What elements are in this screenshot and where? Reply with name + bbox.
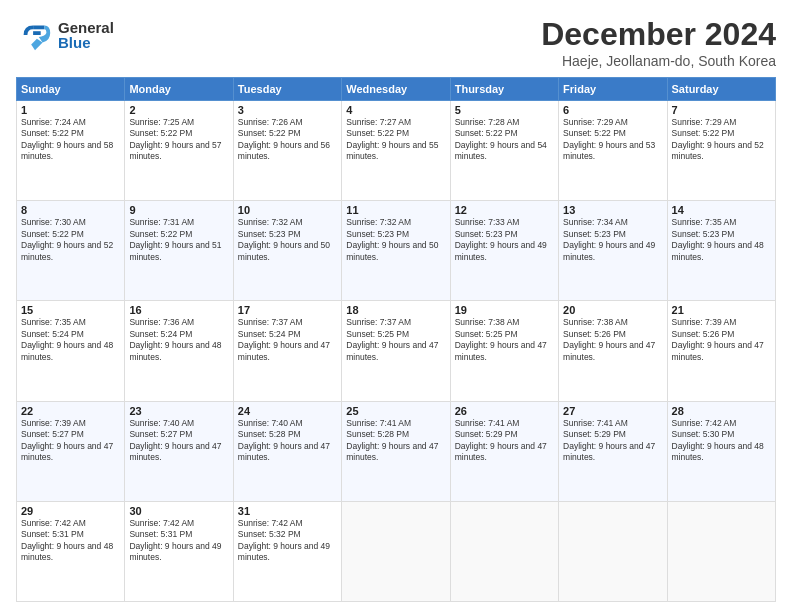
sunrise-label: Sunrise: 7:42 AM: [21, 518, 86, 528]
header-sunday: Sunday: [17, 78, 125, 101]
daylight-label: Daylight: 9 hours and 48 minutes.: [672, 240, 764, 261]
sunrise-label: Sunrise: 7:29 AM: [563, 117, 628, 127]
sunrise-label: Sunrise: 7:42 AM: [129, 518, 194, 528]
day-number: 26: [455, 405, 554, 417]
day-number: 31: [238, 505, 337, 517]
sunrise-label: Sunrise: 7:32 AM: [238, 217, 303, 227]
sunset-label: Sunset: 5:22 PM: [129, 229, 192, 239]
calendar-cell: 18 Sunrise: 7:37 AM Sunset: 5:25 PM Dayl…: [342, 301, 450, 401]
calendar-cell: 16 Sunrise: 7:36 AM Sunset: 5:24 PM Dayl…: [125, 301, 233, 401]
sunrise-label: Sunrise: 7:27 AM: [346, 117, 411, 127]
sunrise-label: Sunrise: 7:34 AM: [563, 217, 628, 227]
day-number: 2: [129, 104, 228, 116]
daylight-label: Daylight: 9 hours and 47 minutes.: [672, 340, 764, 361]
daylight-label: Daylight: 9 hours and 48 minutes.: [21, 541, 113, 562]
sunset-label: Sunset: 5:22 PM: [21, 229, 84, 239]
daylight-label: Daylight: 9 hours and 55 minutes.: [346, 140, 438, 161]
sunset-label: Sunset: 5:31 PM: [129, 529, 192, 539]
calendar-cell: 29 Sunrise: 7:42 AM Sunset: 5:31 PM Dayl…: [17, 501, 125, 601]
sunrise-label: Sunrise: 7:41 AM: [455, 418, 520, 428]
day-info: Sunrise: 7:40 AM Sunset: 5:28 PM Dayligh…: [238, 418, 337, 464]
calendar-cell: [667, 501, 775, 601]
day-info: Sunrise: 7:35 AM Sunset: 5:23 PM Dayligh…: [672, 217, 771, 263]
day-info: Sunrise: 7:39 AM Sunset: 5:27 PM Dayligh…: [21, 418, 120, 464]
sunset-label: Sunset: 5:23 PM: [238, 229, 301, 239]
day-number: 10: [238, 204, 337, 216]
daylight-label: Daylight: 9 hours and 47 minutes.: [346, 441, 438, 462]
daylight-label: Daylight: 9 hours and 47 minutes.: [129, 441, 221, 462]
calendar-cell: [450, 501, 558, 601]
sunset-label: Sunset: 5:28 PM: [238, 429, 301, 439]
daylight-label: Daylight: 9 hours and 47 minutes.: [563, 340, 655, 361]
calendar-cell: 30 Sunrise: 7:42 AM Sunset: 5:31 PM Dayl…: [125, 501, 233, 601]
sunset-label: Sunset: 5:22 PM: [455, 128, 518, 138]
day-number: 16: [129, 304, 228, 316]
sunrise-label: Sunrise: 7:37 AM: [238, 317, 303, 327]
daylight-label: Daylight: 9 hours and 47 minutes.: [238, 441, 330, 462]
calendar-cell: 25 Sunrise: 7:41 AM Sunset: 5:28 PM Dayl…: [342, 401, 450, 501]
day-info: Sunrise: 7:38 AM Sunset: 5:26 PM Dayligh…: [563, 317, 662, 363]
day-number: 18: [346, 304, 445, 316]
page: General Blue December 2024 Haeje, Jeolla…: [0, 0, 792, 612]
day-info: Sunrise: 7:37 AM Sunset: 5:24 PM Dayligh…: [238, 317, 337, 363]
calendar-cell: 28 Sunrise: 7:42 AM Sunset: 5:30 PM Dayl…: [667, 401, 775, 501]
sunrise-label: Sunrise: 7:35 AM: [21, 317, 86, 327]
sunset-label: Sunset: 5:22 PM: [672, 128, 735, 138]
header-wednesday: Wednesday: [342, 78, 450, 101]
day-info: Sunrise: 7:31 AM Sunset: 5:22 PM Dayligh…: [129, 217, 228, 263]
sunset-label: Sunset: 5:25 PM: [455, 329, 518, 339]
day-number: 9: [129, 204, 228, 216]
day-info: Sunrise: 7:36 AM Sunset: 5:24 PM Dayligh…: [129, 317, 228, 363]
calendar-cell: 8 Sunrise: 7:30 AM Sunset: 5:22 PM Dayli…: [17, 201, 125, 301]
sunset-label: Sunset: 5:31 PM: [21, 529, 84, 539]
calendar-cell: 7 Sunrise: 7:29 AM Sunset: 5:22 PM Dayli…: [667, 101, 775, 201]
day-number: 3: [238, 104, 337, 116]
sunset-label: Sunset: 5:32 PM: [238, 529, 301, 539]
sunrise-label: Sunrise: 7:41 AM: [346, 418, 411, 428]
calendar-cell: 15 Sunrise: 7:35 AM Sunset: 5:24 PM Dayl…: [17, 301, 125, 401]
sunset-label: Sunset: 5:22 PM: [129, 128, 192, 138]
daylight-label: Daylight: 9 hours and 51 minutes.: [129, 240, 221, 261]
sunrise-label: Sunrise: 7:30 AM: [21, 217, 86, 227]
sunrise-label: Sunrise: 7:42 AM: [672, 418, 737, 428]
subtitle: Haeje, Jeollanam-do, South Korea: [541, 53, 776, 69]
logo: General Blue: [16, 16, 114, 54]
weekday-header-row: Sunday Monday Tuesday Wednesday Thursday…: [17, 78, 776, 101]
calendar-cell: 22 Sunrise: 7:39 AM Sunset: 5:27 PM Dayl…: [17, 401, 125, 501]
daylight-label: Daylight: 9 hours and 53 minutes.: [563, 140, 655, 161]
sunrise-label: Sunrise: 7:36 AM: [129, 317, 194, 327]
sunrise-label: Sunrise: 7:25 AM: [129, 117, 194, 127]
sunset-label: Sunset: 5:24 PM: [238, 329, 301, 339]
day-number: 25: [346, 405, 445, 417]
day-info: Sunrise: 7:33 AM Sunset: 5:23 PM Dayligh…: [455, 217, 554, 263]
day-info: Sunrise: 7:41 AM Sunset: 5:28 PM Dayligh…: [346, 418, 445, 464]
header-thursday: Thursday: [450, 78, 558, 101]
daylight-label: Daylight: 9 hours and 48 minutes.: [672, 441, 764, 462]
calendar-week-row: 22 Sunrise: 7:39 AM Sunset: 5:27 PM Dayl…: [17, 401, 776, 501]
sunrise-label: Sunrise: 7:24 AM: [21, 117, 86, 127]
day-info: Sunrise: 7:25 AM Sunset: 5:22 PM Dayligh…: [129, 117, 228, 163]
daylight-label: Daylight: 9 hours and 50 minutes.: [346, 240, 438, 261]
calendar-cell: 3 Sunrise: 7:26 AM Sunset: 5:22 PM Dayli…: [233, 101, 341, 201]
day-number: 1: [21, 104, 120, 116]
daylight-label: Daylight: 9 hours and 58 minutes.: [21, 140, 113, 161]
calendar-cell: 13 Sunrise: 7:34 AM Sunset: 5:23 PM Dayl…: [559, 201, 667, 301]
daylight-label: Daylight: 9 hours and 47 minutes.: [21, 441, 113, 462]
sunset-label: Sunset: 5:22 PM: [346, 128, 409, 138]
header-tuesday: Tuesday: [233, 78, 341, 101]
logo-general-text: General: [58, 20, 114, 35]
daylight-label: Daylight: 9 hours and 49 minutes.: [129, 541, 221, 562]
sunrise-label: Sunrise: 7:40 AM: [129, 418, 194, 428]
day-info: Sunrise: 7:42 AM Sunset: 5:31 PM Dayligh…: [21, 518, 120, 564]
day-number: 20: [563, 304, 662, 316]
day-number: 23: [129, 405, 228, 417]
sunrise-label: Sunrise: 7:40 AM: [238, 418, 303, 428]
day-number: 6: [563, 104, 662, 116]
day-number: 24: [238, 405, 337, 417]
sunset-label: Sunset: 5:27 PM: [129, 429, 192, 439]
day-info: Sunrise: 7:38 AM Sunset: 5:25 PM Dayligh…: [455, 317, 554, 363]
logo-name: General Blue: [58, 20, 114, 50]
sunset-label: Sunset: 5:22 PM: [21, 128, 84, 138]
sunset-label: Sunset: 5:26 PM: [563, 329, 626, 339]
sunset-label: Sunset: 5:22 PM: [563, 128, 626, 138]
